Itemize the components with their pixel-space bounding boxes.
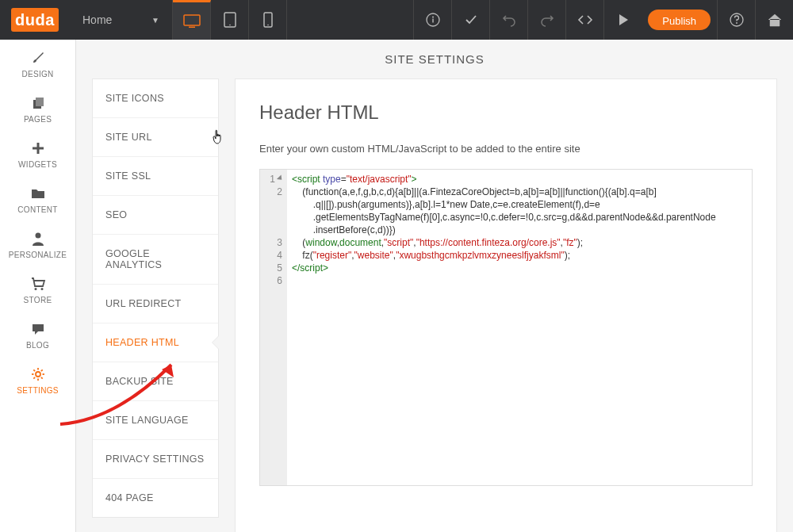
device-desktop-button[interactable] (173, 0, 211, 40)
undo-icon (502, 13, 516, 27)
svg-point-16 (34, 288, 36, 290)
person-icon (0, 230, 75, 247)
rail-label: STORE (0, 296, 75, 304)
code-editor[interactable]: 1 2 3 4 5 6 <script type="text/javascrip… (259, 169, 753, 486)
rail-item-widgets[interactable]: WIDGETS (0, 130, 75, 175)
svg-point-10 (736, 22, 737, 24)
rail-label: PERSONALIZE (0, 251, 75, 259)
svg-point-18 (36, 372, 40, 377)
redo-button[interactable] (527, 0, 565, 40)
preview-button[interactable] (603, 0, 642, 40)
content-header: SITE SETTINGS (76, 40, 793, 78)
svg-rect-1 (189, 26, 195, 28)
svg-point-3 (229, 25, 231, 26)
help-icon (730, 13, 744, 27)
svg-point-7 (432, 17, 434, 18)
svg-point-17 (40, 288, 43, 290)
subnav-google-analytics[interactable]: GOOGLE ANALYTICS (93, 235, 218, 285)
home-icon (767, 13, 783, 27)
settings-subnav: SITE ICONS SITE URL SITE SSL SEO GOOGLE … (92, 78, 219, 518)
page-select[interactable]: Home ▼ (70, 0, 173, 40)
dev-mode-button[interactable] (565, 0, 603, 40)
svg-line-26 (40, 369, 42, 371)
editor-code[interactable]: <script type="text/javascript"> (functio… (287, 170, 721, 485)
subnav-header-html[interactable]: HEADER HTML (93, 323, 218, 362)
subnav-backup-site[interactable]: BACKUP SITE (93, 362, 218, 401)
svg-line-23 (33, 369, 35, 371)
device-group (173, 0, 287, 40)
svg-rect-8 (432, 19, 433, 23)
subnav-site-ssl[interactable]: SITE SSL (93, 157, 218, 196)
subnav-site-icons[interactable]: SITE ICONS (93, 79, 218, 118)
rail-item-pages[interactable]: PAGES (0, 85, 75, 130)
home-button[interactable] (755, 0, 793, 40)
brush-icon (0, 49, 75, 67)
pages-icon (0, 94, 75, 112)
rail-item-design[interactable]: DESIGN (0, 40, 75, 85)
panel-desc: Enter your own custom HTML/JavaScript to… (259, 143, 753, 155)
main-panel: Header HTML Enter your own custom HTML/J… (235, 78, 777, 532)
mobile-icon (263, 12, 273, 28)
svg-rect-14 (33, 147, 44, 150)
chat-icon (0, 320, 75, 338)
subnav-site-language[interactable]: SITE LANGUAGE (93, 401, 218, 440)
info-button[interactable] (413, 0, 451, 40)
left-rail: DESIGN PAGES WIDGETS CONTENT PERSONALIZE… (0, 40, 76, 532)
rail-label: WIDGETS (0, 160, 75, 169)
rail-label: PAGES (0, 115, 75, 124)
undo-button[interactable] (489, 0, 527, 40)
rail-label: CONTENT (0, 205, 75, 214)
svg-line-24 (40, 377, 42, 379)
redo-icon (540, 13, 554, 27)
cart-icon (0, 275, 75, 293)
device-tablet-button[interactable] (211, 0, 249, 40)
subnav-site-url[interactable]: SITE URL (93, 118, 218, 157)
help-button[interactable] (717, 0, 755, 40)
publish-button[interactable]: Publish (648, 10, 711, 30)
chevron-down-icon: ▼ (151, 16, 159, 25)
code-icon (577, 13, 593, 27)
play-icon (618, 13, 629, 26)
rail-item-content[interactable]: CONTENT (0, 175, 75, 220)
folder-icon (0, 185, 75, 202)
gear-icon (0, 366, 75, 383)
svg-line-25 (33, 377, 35, 379)
rail-item-personalize[interactable]: PERSONALIZE (0, 220, 75, 266)
svg-point-15 (35, 233, 40, 239)
rail-item-blog[interactable]: BLOG (0, 311, 75, 356)
info-icon (426, 13, 440, 27)
subnav-privacy-settings[interactable]: PRIVACY SETTINGS (93, 440, 218, 479)
rail-label: BLOG (0, 341, 75, 350)
done-button[interactable] (451, 0, 489, 40)
page-select-label: Home (82, 13, 112, 26)
check-icon (464, 13, 478, 27)
logo: duda (11, 8, 59, 32)
subnav-404-page[interactable]: 404 PAGE (93, 479, 218, 517)
plus-icon (0, 140, 75, 157)
tablet-icon (224, 12, 236, 28)
rail-label: DESIGN (0, 70, 75, 78)
rail-label: SETTINGS (0, 386, 75, 395)
svg-rect-0 (184, 15, 200, 25)
rail-item-settings[interactable]: SETTINGS (0, 356, 75, 401)
desktop-icon (183, 14, 201, 29)
subnav-seo[interactable]: SEO (93, 196, 218, 235)
subnav-url-redirect[interactable]: URL REDIRECT (93, 285, 218, 323)
rail-item-store[interactable]: STORE (0, 266, 75, 311)
device-mobile-button[interactable] (249, 0, 287, 40)
content-area: SITE SETTINGS SITE ICONS SITE URL SITE S… (76, 40, 793, 532)
svg-rect-12 (36, 98, 44, 106)
editor-gutter: 1 2 3 4 5 6 (260, 170, 287, 485)
topbar: duda Home ▼ Publish (0, 0, 793, 40)
svg-point-5 (267, 25, 269, 26)
panel-title: Header HTML (259, 101, 753, 124)
